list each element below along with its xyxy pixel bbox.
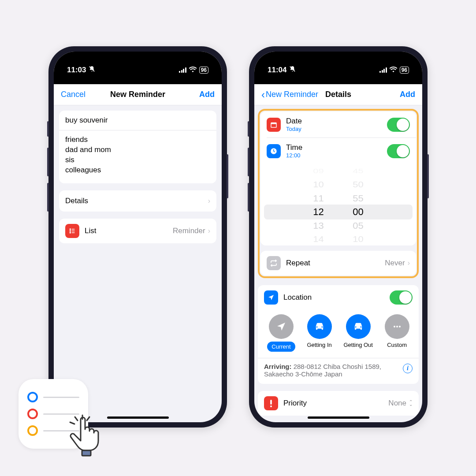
svg-line-18 bbox=[70, 422, 74, 424]
svg-point-12 bbox=[394, 326, 395, 327]
reminder-notes-input[interactable]: friends dad and mom sis colleagues bbox=[59, 130, 216, 183]
location-toggle[interactable] bbox=[390, 290, 413, 305]
location-out-label: Getting Out bbox=[343, 342, 372, 348]
svg-rect-21 bbox=[82, 450, 91, 456]
battery-badge: 96 bbox=[400, 67, 409, 74]
location-address-row[interactable]: Arriving: 288-0812 Chiba Choshi 1589, Sa… bbox=[258, 358, 419, 384]
reminder-title-input[interactable]: buy souvenir bbox=[59, 111, 216, 130]
dynamic-island bbox=[110, 52, 165, 68]
location-arrow-icon bbox=[264, 290, 278, 305]
time-picker[interactable]: 09 10 11 12 13 14 15 45 50 55 00 bbox=[260, 164, 416, 245]
svg-point-1 bbox=[70, 229, 71, 230]
svg-point-5 bbox=[70, 232, 71, 233]
phone-mockup-left: 11:03 96 Cancel New Reminder Add buy sou… bbox=[48, 46, 227, 428]
repeat-label: Repeat bbox=[286, 259, 310, 268]
back-button[interactable]: ‹ New Reminder bbox=[261, 90, 318, 99]
location-option-current[interactable]: Current bbox=[267, 314, 295, 352]
home-indicator[interactable] bbox=[308, 416, 369, 419]
arriving-label: Arriving: bbox=[264, 363, 292, 370]
location-custom-label: Custom bbox=[387, 342, 407, 348]
time-toggle[interactable] bbox=[387, 144, 410, 158]
home-indicator[interactable] bbox=[107, 416, 169, 419]
battery-badge: 96 bbox=[199, 67, 208, 74]
reminder-text-card: buy souvenir friends dad and mom sis col… bbox=[59, 111, 216, 183]
hour-wheel[interactable]: 09 10 11 12 13 14 15 bbox=[305, 164, 331, 245]
signal-icon bbox=[379, 67, 387, 73]
wifi-icon bbox=[390, 66, 397, 74]
location-arrow-icon bbox=[269, 314, 294, 339]
priority-label: Priority bbox=[283, 399, 307, 408]
location-option-getting-out[interactable]: Getting Out bbox=[343, 314, 372, 352]
repeat-button[interactable]: Repeat Never › bbox=[260, 251, 416, 275]
svg-point-14 bbox=[399, 326, 401, 327]
priority-value: None bbox=[388, 399, 406, 408]
svg-rect-10 bbox=[271, 124, 276, 127]
time-label: Time bbox=[286, 143, 387, 152]
time-row[interactable]: Time 12:00 bbox=[260, 138, 416, 164]
nav-bar: ‹ New Reminder Details Add bbox=[254, 84, 422, 105]
list-bullet-icon bbox=[65, 224, 79, 238]
location-label: Location bbox=[283, 293, 312, 302]
repeat-value: Never bbox=[385, 259, 405, 268]
priority-exclamation-icon bbox=[264, 396, 278, 410]
priority-button[interactable]: Priority None ⌃⌄ bbox=[258, 391, 419, 416]
phone-mockup-right: 11:04 96 ‹ New Reminder Details Add bbox=[249, 46, 428, 428]
bell-slash-icon bbox=[289, 66, 296, 74]
page-title: New Reminder bbox=[110, 90, 165, 99]
signal-icon bbox=[179, 67, 186, 73]
details-label: Details bbox=[65, 197, 88, 205]
status-time: 11:04 bbox=[268, 66, 286, 74]
svg-line-17 bbox=[75, 417, 78, 420]
car-icon bbox=[346, 314, 371, 339]
svg-rect-15 bbox=[270, 400, 272, 405]
list-label: List bbox=[85, 227, 96, 235]
list-row-card: List Reminder › bbox=[59, 219, 216, 243]
wifi-icon bbox=[189, 66, 197, 74]
pointer-hand-icon bbox=[64, 413, 104, 459]
add-button[interactable]: Add bbox=[199, 90, 215, 99]
chevron-right-icon: › bbox=[208, 227, 210, 235]
dynamic-island bbox=[311, 52, 366, 68]
date-toggle[interactable] bbox=[387, 118, 410, 132]
repeat-icon bbox=[267, 256, 281, 270]
up-down-chevron-icon: ⌃⌄ bbox=[409, 401, 413, 406]
calendar-icon bbox=[267, 118, 281, 132]
details-row-card: Details › bbox=[59, 190, 216, 212]
info-icon[interactable]: i bbox=[403, 364, 413, 373]
location-option-custom[interactable]: Custom bbox=[385, 314, 409, 352]
location-in-label: Getting In bbox=[307, 342, 331, 348]
minute-wheel[interactable]: 45 50 55 00 05 10 15 bbox=[345, 164, 372, 245]
clock-icon bbox=[267, 144, 281, 158]
date-value: Today bbox=[286, 126, 387, 132]
list-value: Reminder bbox=[173, 227, 205, 235]
svg-point-16 bbox=[270, 405, 272, 407]
status-time: 11:03 bbox=[67, 66, 86, 74]
location-row[interactable]: Location bbox=[258, 285, 419, 310]
chevron-right-icon: › bbox=[408, 259, 410, 267]
location-current-label: Current bbox=[267, 342, 295, 352]
add-button[interactable]: Add bbox=[400, 90, 415, 99]
highlighted-section: Date Today Time 12:00 bbox=[258, 109, 419, 278]
nav-bar: Cancel New Reminder Add bbox=[54, 84, 222, 105]
time-value: 12:00 bbox=[286, 152, 387, 159]
svg-point-13 bbox=[396, 326, 398, 327]
chevron-right-icon: › bbox=[208, 197, 210, 205]
date-row[interactable]: Date Today bbox=[260, 112, 416, 138]
car-icon bbox=[307, 314, 332, 339]
page-title: Details bbox=[325, 90, 351, 99]
cancel-button[interactable]: Cancel bbox=[61, 90, 86, 99]
svg-point-3 bbox=[70, 231, 71, 231]
svg-line-20 bbox=[87, 417, 89, 420]
location-option-getting-in[interactable]: Getting In bbox=[307, 314, 331, 352]
bell-slash-icon bbox=[89, 66, 95, 74]
back-label: New Reminder bbox=[266, 90, 318, 99]
ellipsis-icon bbox=[385, 314, 409, 339]
details-button[interactable]: Details › bbox=[59, 190, 216, 212]
date-label: Date bbox=[286, 117, 387, 126]
list-button[interactable]: List Reminder › bbox=[59, 219, 216, 243]
